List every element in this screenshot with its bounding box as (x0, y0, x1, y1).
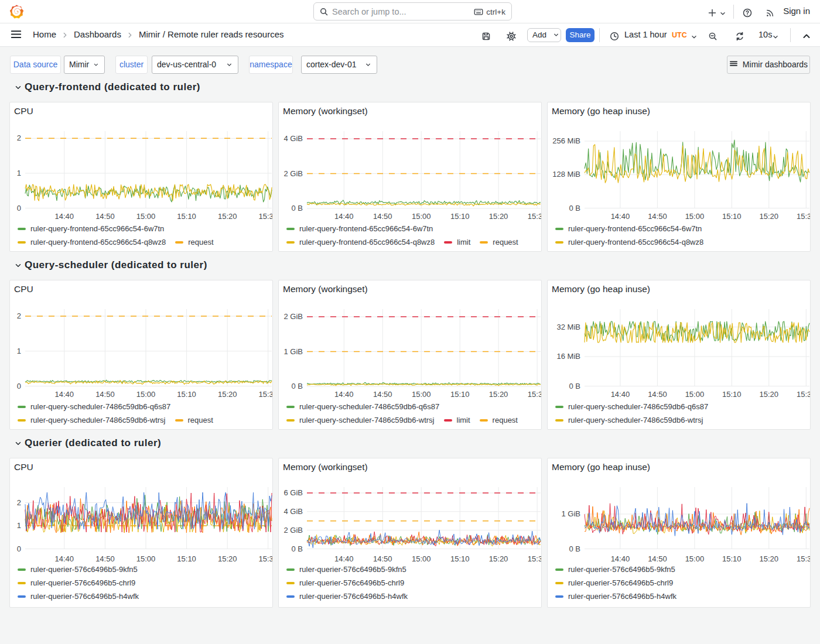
svg-text:6 GiB: 6 GiB (283, 488, 303, 497)
svg-text:15:20: 15:20 (218, 212, 237, 221)
svg-text:15:30: 15:30 (797, 212, 811, 221)
svg-text:14:50: 14:50 (95, 390, 115, 399)
svg-text:14:50: 14:50 (95, 212, 115, 221)
svg-text:14:40: 14:40 (611, 390, 630, 399)
svg-text:1: 1 (17, 521, 21, 530)
svg-text:15:30: 15:30 (528, 212, 542, 221)
svg-text:15:00: 15:00 (412, 554, 431, 563)
svg-text:15:00: 15:00 (412, 212, 431, 221)
svg-text:2: 2 (17, 498, 21, 507)
svg-text:15:30: 15:30 (797, 390, 811, 399)
svg-text:15:20: 15:20 (489, 554, 508, 563)
svg-text:15:30: 15:30 (797, 554, 811, 563)
svg-text:0 B: 0 B (291, 204, 303, 213)
svg-text:14:50: 14:50 (648, 390, 667, 399)
svg-text:15:30: 15:30 (258, 212, 273, 221)
svg-text:2 GiB: 2 GiB (283, 169, 303, 178)
svg-text:2: 2 (17, 133, 21, 142)
svg-text:15:20: 15:20 (760, 554, 779, 563)
svg-text:0: 0 (17, 382, 21, 390)
svg-text:14:40: 14:40 (55, 390, 74, 399)
svg-text:2 GiB: 2 GiB (283, 526, 303, 535)
svg-text:0 B: 0 B (569, 204, 580, 213)
svg-text:0 B: 0 B (569, 544, 580, 553)
svg-text:15:30: 15:30 (258, 554, 273, 563)
svg-text:15:00: 15:00 (136, 554, 156, 563)
svg-text:4 GiB: 4 GiB (283, 134, 303, 143)
svg-text:15:10: 15:10 (177, 212, 196, 221)
svg-text:14:50: 14:50 (373, 554, 392, 563)
svg-text:15:10: 15:10 (177, 554, 196, 563)
svg-text:0: 0 (17, 544, 21, 553)
svg-text:15:30: 15:30 (528, 390, 542, 399)
svg-text:15:10: 15:10 (450, 554, 470, 563)
svg-text:0 B: 0 B (291, 544, 303, 553)
svg-text:14:50: 14:50 (373, 390, 392, 399)
svg-text:1: 1 (17, 169, 21, 177)
svg-text:14:40: 14:40 (334, 212, 354, 221)
svg-text:15:00: 15:00 (136, 212, 156, 221)
svg-text:14:50: 14:50 (648, 554, 667, 563)
svg-text:1 GiB: 1 GiB (283, 347, 303, 356)
svg-text:14:40: 14:40 (611, 212, 630, 221)
svg-text:14:40: 14:40 (334, 554, 354, 563)
svg-text:15:10: 15:10 (450, 390, 470, 399)
svg-text:15:20: 15:20 (218, 390, 237, 399)
svg-text:32 MiB: 32 MiB (557, 323, 580, 331)
svg-text:15:20: 15:20 (760, 390, 779, 399)
svg-text:14:40: 14:40 (611, 554, 630, 563)
svg-text:15:20: 15:20 (760, 212, 779, 221)
svg-text:15:10: 15:10 (177, 390, 196, 399)
svg-text:14:50: 14:50 (373, 212, 392, 221)
svg-text:0 B: 0 B (569, 382, 580, 390)
svg-text:128 MiB: 128 MiB (552, 170, 580, 179)
svg-text:15:00: 15:00 (685, 554, 705, 563)
svg-text:0 B: 0 B (291, 382, 303, 390)
svg-text:15:10: 15:10 (722, 212, 742, 221)
svg-text:2 GiB: 2 GiB (283, 312, 303, 321)
svg-text:14:40: 14:40 (334, 390, 354, 399)
svg-text:14:40: 14:40 (55, 212, 74, 221)
svg-text:14:50: 14:50 (648, 212, 667, 221)
svg-text:256 MiB: 256 MiB (552, 136, 580, 145)
svg-text:15:20: 15:20 (489, 212, 508, 221)
svg-text:1: 1 (17, 347, 21, 355)
svg-text:16 MiB: 16 MiB (557, 352, 580, 361)
svg-text:1 GiB: 1 GiB (561, 509, 580, 518)
svg-text:15:10: 15:10 (722, 390, 742, 399)
svg-text:14:40: 14:40 (55, 554, 74, 563)
svg-text:15:00: 15:00 (685, 390, 705, 399)
svg-text:4 GiB: 4 GiB (283, 507, 303, 516)
svg-text:15:20: 15:20 (218, 554, 237, 563)
svg-text:15:20: 15:20 (489, 390, 508, 399)
svg-text:14:50: 14:50 (95, 554, 115, 563)
svg-text:15:10: 15:10 (450, 212, 470, 221)
svg-text:2: 2 (17, 311, 21, 320)
svg-text:15:30: 15:30 (258, 390, 273, 399)
svg-text:0: 0 (17, 204, 21, 213)
svg-text:15:00: 15:00 (412, 390, 431, 399)
svg-text:15:00: 15:00 (685, 212, 705, 221)
svg-text:15:10: 15:10 (722, 554, 742, 563)
svg-text:15:30: 15:30 (528, 554, 542, 563)
svg-text:15:00: 15:00 (136, 390, 156, 399)
